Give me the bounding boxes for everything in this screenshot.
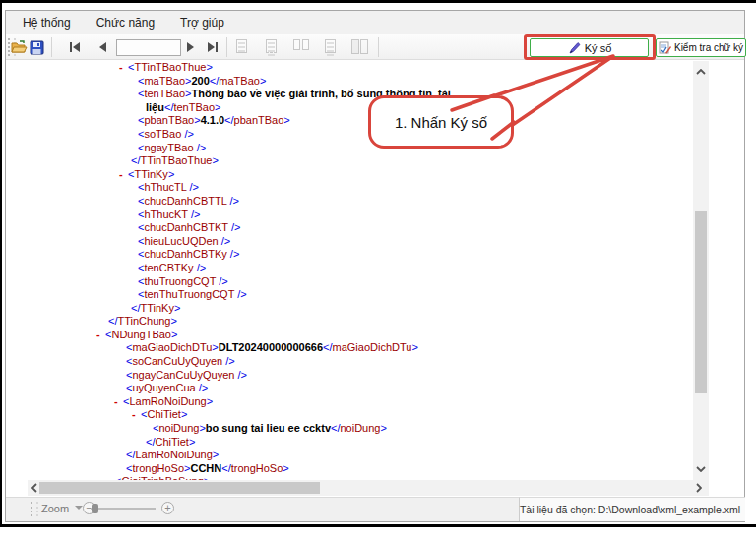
xml-line: liệu</tenTBao> xyxy=(6,101,693,115)
zoom-slider-thumb[interactable] xyxy=(92,504,98,513)
next-page-button[interactable] xyxy=(181,37,201,57)
xml-line: <chucDanhCBTKy /> xyxy=(6,248,693,262)
xml-line: </TTinKy> xyxy=(6,302,693,316)
zoom-in-button[interactable]: + xyxy=(161,502,174,514)
frame-border-top xyxy=(0,0,756,3)
xml-line: </TTinChung> xyxy=(6,315,693,329)
scroll-up-icon[interactable] xyxy=(693,65,709,79)
menu-tro-giup[interactable]: Trợ giúp xyxy=(171,13,233,32)
toolbar-separator xyxy=(378,37,379,57)
xml-line: <chucDanhCBTKT /> xyxy=(6,221,693,235)
book-view-button[interactable] xyxy=(351,39,368,55)
menu-he-thong[interactable]: Hệ thống xyxy=(14,13,80,32)
xml-line: -<LamRoNoiDung> xyxy=(6,395,693,409)
menu-chuc-nang[interactable]: Chức năng xyxy=(88,13,163,32)
xml-line: </LamRoNoiDung> xyxy=(6,449,693,462)
sign-button-label: Ký số xyxy=(585,42,612,54)
first-page-icon xyxy=(68,41,82,53)
verify-signature-icon xyxy=(659,41,671,54)
frame-border-bottom xyxy=(0,524,756,527)
zoom-dropdown-icon[interactable] xyxy=(75,506,83,510)
scroll-right-icon[interactable] xyxy=(693,480,705,496)
save-button[interactable] xyxy=(27,37,46,57)
xml-line: <hThucTL /> xyxy=(6,181,693,195)
xml-line: <hieuLucUQDen /> xyxy=(6,235,693,249)
xml-line: <trongHoSo>CCHN</trongHoSo> xyxy=(6,462,693,476)
selected-document-path: Tài liệu đã chọn: D:\Download\xml_exampl… xyxy=(519,497,745,521)
xml-line: </ChiTiet> xyxy=(6,436,693,450)
xml-line: <ngayTBao /> xyxy=(6,142,693,155)
xml-line: </TTinTBaoThue> xyxy=(6,154,693,168)
open-file-button[interactable] xyxy=(9,37,29,57)
xml-line: <ngayCanCuUyQuyen /> xyxy=(6,369,693,383)
last-page-button[interactable] xyxy=(203,37,222,57)
xml-line: -<NDungTBao> xyxy=(6,329,693,342)
page-number-input[interactable] xyxy=(116,39,181,56)
previous-page-button[interactable] xyxy=(93,37,112,57)
xml-line: <soTBao /> xyxy=(6,128,693,142)
sign-pen-icon xyxy=(567,41,581,54)
first-page-button[interactable] xyxy=(65,37,85,57)
xml-line: <maGiaoDichDTu>DLT20240000000666</maGiao… xyxy=(6,341,693,355)
sign-button[interactable]: Ký số xyxy=(530,38,649,57)
two-page-continuous-view-button[interactable] xyxy=(322,39,339,55)
xml-line: <hThucKT /> xyxy=(6,209,693,222)
xml-line: -<TTinTBaoThue> xyxy=(6,61,693,75)
xml-line: <uyQuyenCua /> xyxy=(6,382,693,395)
continuous-view-button[interactable] xyxy=(263,39,280,55)
screenshot-root: Hệ thống Chức năng Trợ giúp xyxy=(0,0,756,541)
horizontal-scrollbar-thumb[interactable] xyxy=(39,482,320,494)
statusbar-grip xyxy=(31,502,38,516)
last-page-icon xyxy=(206,41,220,53)
open-folder-icon xyxy=(11,40,28,54)
plus-icon: + xyxy=(164,503,170,513)
xml-line: <soCanCuUyQuyen /> xyxy=(6,355,693,369)
toolbar-separator xyxy=(226,37,227,57)
xml-line: <pbanTBao>4.1.0</pbanTBao> xyxy=(6,114,693,128)
next-page-icon xyxy=(186,41,196,53)
xml-line: -<ChiTiet> xyxy=(6,408,693,422)
xml-line: <thuTruongCQT /> xyxy=(6,275,693,289)
zoom-slider-track[interactable] xyxy=(91,508,156,510)
verify-signature-button[interactable]: Kiểm tra chữ ký xyxy=(656,38,746,57)
two-page-view-button[interactable] xyxy=(292,39,309,55)
collapse-node-icon[interactable]: - xyxy=(96,329,100,342)
single-page-view-button[interactable] xyxy=(233,39,250,55)
xml-line: -<TTinKy> xyxy=(6,168,693,182)
zoom-label: Zoom xyxy=(41,503,69,514)
collapse-node-icon[interactable]: - xyxy=(119,61,123,75)
collapse-node-icon[interactable]: - xyxy=(132,408,136,422)
collapse-node-icon[interactable]: - xyxy=(114,395,118,409)
save-icon xyxy=(30,40,44,55)
frame-border-left xyxy=(0,0,2,527)
xml-content: -<TTinTBaoThue><maTBao>200</maTBao><tenT… xyxy=(6,61,693,482)
previous-page-icon xyxy=(97,41,107,53)
xml-line: <chucDanhCBTTL /> xyxy=(6,195,693,209)
toolbar-separator xyxy=(51,37,52,57)
xml-line: <maTBao>200</maTBao> xyxy=(6,75,693,89)
xml-line: <tenThuTruongCQT /> xyxy=(6,288,693,302)
xml-line: <tenTBao>Thông báo về việc giải trình, b… xyxy=(6,88,693,101)
scroll-down-icon[interactable] xyxy=(693,462,709,476)
collapse-node-icon[interactable]: - xyxy=(119,168,123,182)
xml-line: <noiDung>bo sung tai lieu ee ccktv</noiD… xyxy=(6,422,693,436)
verify-button-label: Kiểm tra chữ ký xyxy=(674,42,743,53)
vertical-scrollbar-thumb[interactable] xyxy=(695,211,707,393)
menu-bar: Hệ thống Chức năng Trợ giúp xyxy=(6,11,744,34)
xml-line: <tenCBTKy /> xyxy=(6,262,693,275)
